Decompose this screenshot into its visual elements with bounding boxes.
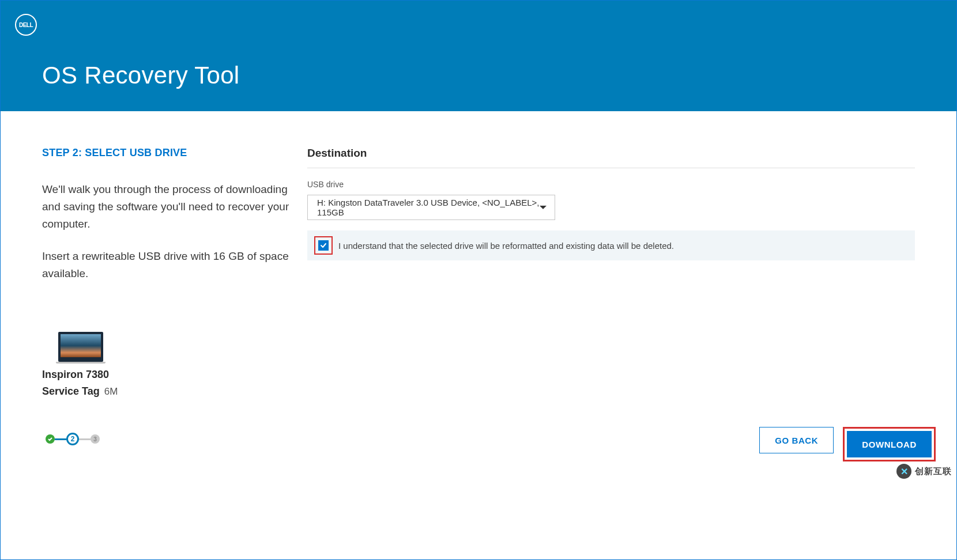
confirm-text: I understand that the selected drive wil… xyxy=(338,241,674,251)
watermark-logo-icon: ✕ xyxy=(896,464,911,479)
right-column: Destination USB drive H: Kingston DataTr… xyxy=(290,147,915,559)
watermark: ✕ 创新互联 xyxy=(896,464,952,479)
confirm-checkbox[interactable] xyxy=(318,240,329,251)
highlight-annotation: DOWNLOAD xyxy=(843,427,936,461)
check-icon xyxy=(320,242,327,249)
header: DELL OS Recovery Tool xyxy=(1,1,956,111)
step-connector xyxy=(79,438,91,440)
svg-text:DELL: DELL xyxy=(19,22,33,28)
chevron-down-icon xyxy=(540,206,547,209)
step-3-upcoming: 3 xyxy=(91,434,100,444)
step-heading: STEP 2: SELECT USB DRIVE xyxy=(42,147,290,159)
device-card: Inspiron 7380 Service Tag 6M xyxy=(42,332,290,398)
device-image-icon xyxy=(58,332,103,362)
usb-drive-selected-value: H: Kingston DataTraveler 3.0 USB Device,… xyxy=(317,198,540,217)
device-model: Inspiron 7380 xyxy=(42,369,290,381)
dell-logo-icon: DELL xyxy=(14,13,37,36)
step-2-current: 2 xyxy=(66,433,79,445)
action-bar: GO BACK DOWNLOAD xyxy=(759,427,936,461)
intro-paragraph-2: Insert a rewriteable USB drive with 16 G… xyxy=(42,248,290,282)
service-tag-value: 6M xyxy=(104,386,118,398)
progress-stepper: 2 3 xyxy=(46,433,100,445)
step-1-done xyxy=(46,434,55,444)
page-title: OS Recovery Tool xyxy=(42,62,240,89)
confirm-row: I understand that the selected drive wil… xyxy=(307,230,915,260)
highlight-annotation xyxy=(314,236,333,255)
usb-drive-label: USB drive xyxy=(307,180,915,189)
main-content: STEP 2: SELECT USB DRIVE We'll walk you … xyxy=(1,111,956,559)
step-connector xyxy=(55,438,66,440)
go-back-button[interactable]: GO BACK xyxy=(759,427,834,453)
intro-paragraph-1: We'll walk you through the process of do… xyxy=(42,181,290,233)
usb-drive-select[interactable]: H: Kingston DataTraveler 3.0 USB Device,… xyxy=(307,195,555,220)
service-tag-label: Service Tag xyxy=(42,385,100,398)
left-column: STEP 2: SELECT USB DRIVE We'll walk you … xyxy=(42,147,290,559)
check-icon xyxy=(47,436,53,442)
destination-heading: Destination xyxy=(307,147,915,168)
download-button[interactable]: DOWNLOAD xyxy=(847,431,932,457)
watermark-text: 创新互联 xyxy=(915,466,952,477)
